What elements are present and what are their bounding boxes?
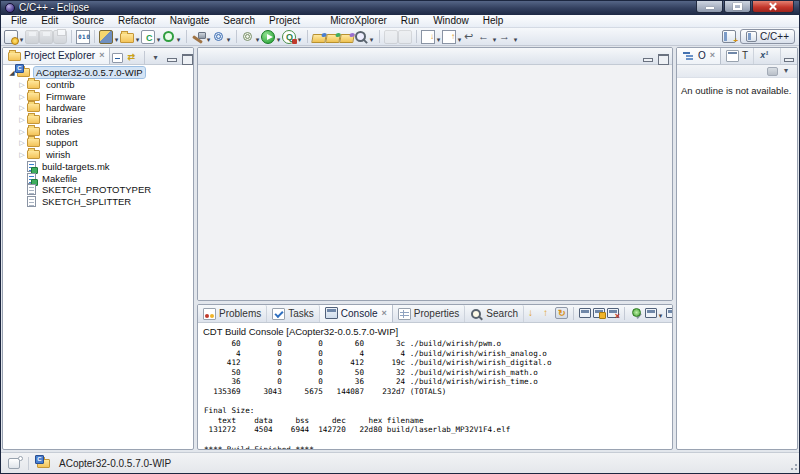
open-console-icon[interactable] [666,304,673,322]
show-error-in-editor-icon[interactable] [555,307,568,319]
tab-project-explorer[interactable]: Project Explorer [3,47,110,64]
dropdown-arrow-icon[interactable] [175,28,182,46]
new-class-icon[interactable] [141,29,162,45]
open-resource-icon[interactable] [340,29,354,45]
back-icon[interactable] [477,29,498,45]
minimize-view-icon[interactable] [641,52,654,64]
previous-error-icon[interactable] [540,307,553,319]
console-warning-icon[interactable] [593,307,605,319]
last-edit-location-icon[interactable] [463,29,477,45]
tree-item-acopter32-0-0-5-7-0-wip[interactable]: ACopter32-0.0.5.7.0-WIP [3,67,193,79]
dropdown-arrow-icon[interactable] [254,28,261,46]
menu-navigate[interactable]: Navigate [163,15,216,27]
save-console-icon[interactable] [579,307,591,319]
menu-search[interactable]: Search [216,15,262,27]
dropdown-arrow-icon[interactable] [657,304,664,322]
menu-file[interactable]: File [4,15,34,27]
tab-properties[interactable]: Properties [393,305,466,322]
dropdown-arrow-icon[interactable] [456,28,463,46]
dropdown-arrow-icon[interactable] [205,28,212,46]
dropdown-arrow-icon[interactable] [275,28,282,46]
new-wizard-icon[interactable] [4,29,25,45]
menu-edit[interactable]: Edit [34,15,65,27]
tab-outline[interactable]: O [677,47,721,64]
dropdown-arrow-icon[interactable] [155,28,162,46]
build-config-icon[interactable] [212,29,232,45]
dropdown-arrow-icon[interactable] [491,28,498,46]
open-perspective-button[interactable] [722,30,736,43]
dropdown-arrow-icon[interactable] [18,28,25,46]
expander-icon[interactable] [17,91,27,102]
dropdown-arrow-icon[interactable] [113,28,120,46]
tree-item-contrib[interactable]: contrib [3,79,193,91]
search-icon[interactable] [354,29,375,45]
display-selected-console-icon[interactable] [645,304,664,322]
tab-third-view[interactable] [754,47,781,64]
minimize-button[interactable] [696,0,723,13]
new-project-icon[interactable] [99,29,120,45]
open-element-icon[interactable] [326,29,340,45]
minimize-view-icon[interactable] [165,52,178,64]
maximize-view-icon[interactable] [797,52,798,64]
tree-item-sketch-splitter[interactable]: SKETCH_SPLITTER [3,196,193,208]
dropdown-arrow-icon[interactable] [296,28,303,46]
open-type-icon[interactable] [312,29,326,45]
previous-annotation-icon[interactable] [442,29,463,45]
tree-item-hardware[interactable]: hardware [3,102,193,114]
menu-window[interactable]: Window [426,15,476,27]
dropdown-arrow-icon[interactable] [368,28,375,46]
dropdown-arrow-icon[interactable] [435,28,442,46]
forward-icon[interactable] [498,29,519,45]
tab-tasks[interactable]: Tasks [267,305,320,322]
next-annotation-icon[interactable] [421,29,442,45]
next-error-icon[interactable] [525,307,538,319]
maximize-view-icon[interactable] [180,52,193,64]
editor-empty-area[interactable] [198,65,672,300]
maximize-button[interactable] [724,0,751,13]
sort-icon[interactable] [766,66,779,77]
menu-refactor[interactable]: Refactor [111,15,163,27]
menu-run[interactable]: Run [394,15,426,27]
resize-grip-icon[interactable] [788,461,797,470]
pin-console-icon[interactable] [630,307,643,319]
maximize-view-icon[interactable] [656,52,669,64]
link-with-editor-icon[interactable] [126,52,139,64]
tree-item-notes[interactable]: notes [3,125,193,137]
menu-help[interactable]: Help [476,15,511,27]
expander-icon[interactable] [17,114,27,125]
expander-icon[interactable] [17,79,27,90]
close-view-icon[interactable] [99,51,104,60]
tree-item-makefile[interactable]: Makefile [3,172,193,184]
tree-item-support[interactable]: support [3,137,193,149]
dropdown-arrow-icon[interactable] [225,28,232,46]
expander-icon[interactable] [17,102,27,113]
perspective-cpp-button[interactable]: C/C++ [740,29,795,44]
dropdown-arrow-icon[interactable] [512,28,519,46]
expander-icon[interactable] [17,149,27,160]
tab-task-list[interactable]: T [721,47,754,64]
close-console-tab-icon[interactable] [382,309,387,318]
tree-item-firmware[interactable]: Firmware [3,90,193,102]
title-bar[interactable]: C/C++ - Eclipse [0,0,800,15]
external-tools-icon[interactable] [241,29,261,45]
remove-console-icon[interactable] [607,307,619,319]
view-menu-icon[interactable] [781,65,794,77]
dropdown-arrow-icon[interactable] [134,28,141,46]
tree-item-sketch-prototyper[interactable]: SKETCH_PROTOTYPER [3,184,193,196]
tree-item-build-targets-mk[interactable]: build-targets.mk [3,161,193,173]
close-button[interactable] [752,0,794,13]
editor-area[interactable] [197,47,673,301]
build-all-icon[interactable] [76,29,90,45]
tab-problems[interactable]: Problems [198,305,267,322]
run-icon[interactable] [261,29,282,45]
minimize-view-icon[interactable] [782,52,795,64]
new-connection-icon[interactable] [162,29,182,45]
tab-console[interactable]: Console [320,304,393,322]
build-hammer-icon[interactable] [191,29,212,45]
tab-search[interactable]: Search [465,305,524,322]
tree-item-wirish[interactable]: wirish [3,149,193,161]
collapse-all-icon[interactable] [111,52,124,64]
new-folder-icon[interactable] [120,29,141,45]
view-menu-icon[interactable] [150,52,163,64]
tree-item-libraries[interactable]: Libraries [3,114,193,126]
